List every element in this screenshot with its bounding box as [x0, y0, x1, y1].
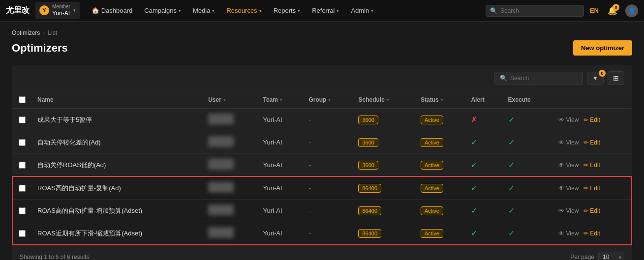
brand-logo[interactable]: 尤里改 [6, 5, 30, 16]
search-icon: 🔍 [500, 75, 507, 82]
language-toggle[interactable]: EN [590, 7, 599, 14]
row-checkbox[interactable] [19, 116, 26, 123]
row-checkbox[interactable] [19, 139, 26, 146]
page-content: Optimizers › List Optimizers New optimiz… [0, 22, 644, 260]
nav-item-admin[interactable]: Admin ▾ [346, 4, 378, 17]
execute-check-icon: ✓ [508, 184, 515, 192]
edit-button[interactable]: ✏ Edit [583, 162, 600, 169]
nav-label-resources: Resources [226, 7, 257, 14]
row-user [202, 176, 257, 200]
member-avatar: Y [39, 5, 49, 15]
row-checkbox[interactable] [19, 185, 26, 192]
nav-item-media[interactable]: Media ▾ [188, 4, 219, 17]
table-footer: Showing 1 to 6 of 6 results Per page 102… [12, 245, 632, 260]
row-group: - [303, 176, 352, 200]
edit-button[interactable]: ✏ Edit [583, 185, 600, 192]
row-alert: ✓ [465, 176, 502, 200]
per-page-label: Per page [570, 254, 594, 260]
notification-bell[interactable]: 🔔 0 [608, 6, 617, 15]
status-badge: Active [421, 206, 443, 215]
view-button[interactable]: 👁 View [558, 116, 579, 123]
row-group: - [303, 200, 352, 222]
table-toolbar: 🔍 ▼ 0 ⊞ [12, 65, 632, 91]
nav-item-referral[interactable]: Referral ▾ [307, 4, 344, 17]
row-alert: ✓ [465, 154, 502, 177]
status-badge: Active [421, 138, 443, 147]
row-schedule: 86400 [352, 176, 414, 200]
global-search-box[interactable]: 🔍 [486, 5, 584, 17]
th-schedule[interactable]: Schedule▾ [352, 91, 414, 109]
edit-button[interactable]: ✏ Edit [583, 139, 600, 146]
column-toggle-button[interactable]: ⊞ [608, 71, 624, 85]
row-schedule: 3600 [352, 154, 414, 177]
view-button[interactable]: 👁 View [558, 207, 579, 214]
view-button[interactable]: 👁 View [558, 139, 579, 146]
select-all-header[interactable] [12, 91, 31, 109]
row-schedule: 3600 [352, 131, 414, 154]
filter-button[interactable]: ▼ 0 [587, 72, 604, 85]
row-group: - [303, 131, 352, 154]
sort-icon: ▾ [280, 97, 282, 102]
member-dropdown[interactable]: Y Member Yuri-AI ▾ [35, 2, 80, 19]
select-all-checkbox[interactable] [19, 96, 26, 103]
status-badge: Active [421, 184, 443, 193]
view-button[interactable]: 👁 View [558, 162, 579, 169]
view-button[interactable]: 👁 View [558, 230, 579, 237]
schedule-badge: 86400 [358, 184, 381, 193]
th-team[interactable]: Team▾ [257, 91, 303, 109]
chevron-down-icon: ▾ [371, 8, 373, 13]
table-search-box[interactable]: 🔍 [494, 72, 583, 85]
table-search-input[interactable] [510, 75, 578, 82]
navbar: 尤里改 Y Member Yuri-AI ▾ 🏠 Dashboard Campa… [0, 0, 644, 22]
row-checkbox[interactable] [19, 207, 26, 214]
th-status[interactable]: Status▾ [415, 91, 465, 109]
nav-item-reports[interactable]: Reports ▾ [269, 4, 306, 17]
edit-button[interactable]: ✏ Edit [583, 230, 600, 237]
nav-item-campaigns[interactable]: Campaigns ▾ [139, 4, 186, 17]
table-header-row: Name User▾ Team▾ Group▾ Schedule▾ Status… [12, 91, 632, 109]
alert-check-icon: ✓ [471, 229, 477, 237]
nav-label-dashboard: Dashboard [101, 7, 133, 14]
execute-check-icon: ✓ [508, 161, 515, 169]
row-status: Active [415, 200, 465, 222]
row-status: Active [415, 154, 465, 177]
row-execute: ✓ [502, 109, 553, 131]
th-group[interactable]: Group▾ [303, 91, 352, 109]
user-avatar[interactable]: 👤 [625, 4, 638, 17]
home-icon: 🏠 [92, 7, 99, 14]
row-schedule: 3600 [352, 109, 414, 131]
alert-check-icon: ✓ [471, 184, 477, 192]
row-checkbox[interactable] [19, 230, 26, 237]
edit-button[interactable]: ✏ Edit [583, 116, 600, 123]
table-row: ROAS近期有所下滑-缩减预算(Adset) Yuri-AI - 86400 A… [12, 222, 632, 245]
view-button[interactable]: 👁 View [558, 185, 579, 192]
row-team: Yuri-AI [257, 131, 303, 154]
row-checkbox-cell [12, 154, 31, 177]
row-name: 成果大于等于5暂停 [31, 109, 202, 131]
member-info: Member Yuri-AI [52, 4, 70, 17]
row-user [202, 154, 257, 177]
schedule-badge: 3600 [358, 116, 378, 124]
per-page-select[interactable]: 102550100 [598, 252, 624, 260]
schedule-badge: 3600 [358, 138, 378, 147]
chevron-down-icon: ▾ [212, 8, 215, 13]
page-title: Optimizers [12, 42, 68, 55]
row-execute: ✓ [502, 131, 553, 154]
row-checkbox[interactable] [19, 162, 26, 169]
nav-item-dashboard[interactable]: 🏠 Dashboard [87, 4, 138, 17]
row-name: 自动关停转化差的(Ad) [31, 131, 202, 154]
th-user[interactable]: User▾ [202, 91, 257, 109]
row-name: ROAS近期有所下滑-缩减预算(Adset) [31, 222, 202, 245]
new-optimizer-button[interactable]: New optimizer [573, 40, 632, 56]
status-badge: Active [421, 161, 443, 170]
edit-button[interactable]: ✏ Edit [583, 207, 600, 214]
notification-badge: 0 [613, 4, 619, 11]
breadcrumb-parent[interactable]: Optimizers [12, 29, 40, 36]
table-row: ROAS高的自动扩量-复制(Ad) Yuri-AI - 86400 Active… [12, 176, 632, 200]
row-group: - [303, 154, 352, 177]
search-input[interactable] [500, 7, 580, 14]
alert-check-icon: ✓ [471, 161, 477, 169]
th-alert: Alert [465, 91, 502, 109]
execute-check-icon: ✓ [508, 138, 515, 146]
nav-item-resources[interactable]: Resources ▾ [221, 4, 266, 17]
